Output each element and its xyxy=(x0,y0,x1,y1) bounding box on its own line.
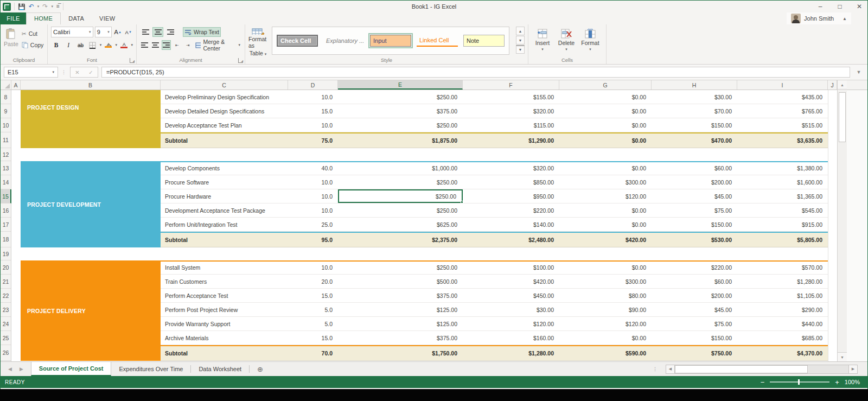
column-header-J[interactable]: J xyxy=(828,80,837,90)
grid-cell-G8[interactable]: $0.00 xyxy=(559,90,652,104)
grid-cell-E20[interactable]: $250.00 xyxy=(338,260,463,274)
style-linked-cell[interactable]: Linked Cell xyxy=(417,35,458,47)
vertical-scroll-thumb[interactable] xyxy=(839,92,846,142)
delete-cells-button[interactable]: Delete▾ xyxy=(556,27,577,56)
grid-cell-C11[interactable]: Subtotal xyxy=(161,133,288,148)
grid-cell-G14[interactable]: $300.00 xyxy=(559,175,652,189)
row-header-17[interactable]: 17 xyxy=(1,218,11,232)
row-header-18[interactable]: 18 xyxy=(1,232,11,247)
horizontal-scroll-track[interactable] xyxy=(675,365,848,374)
grid-cell-I18[interactable]: $5,805.00 xyxy=(737,233,828,247)
grid-cell-F21[interactable]: $420.00 xyxy=(463,275,559,288)
empty-row[interactable] xyxy=(21,148,828,161)
grid-cell-E10[interactable]: $250.00 xyxy=(338,118,463,132)
grid-cell-F11[interactable]: $1,290.00 xyxy=(463,133,559,148)
user-account[interactable]: John Smith ▲ xyxy=(787,12,851,24)
name-box[interactable]: E15▾ xyxy=(4,67,58,78)
row-header-14[interactable]: 14 xyxy=(1,175,11,189)
section-title-cell[interactable]: PROJECT DESIGN xyxy=(21,90,161,148)
fill-handle[interactable] xyxy=(461,201,463,203)
grid-cell-G20[interactable]: $0.00 xyxy=(559,260,652,274)
grid-cell-D16[interactable]: 10.0 xyxy=(288,203,338,217)
grid-cell-H13[interactable]: $60.00 xyxy=(652,161,737,175)
zoom-out-icon[interactable]: − xyxy=(761,379,765,386)
grid-cell-D24[interactable]: 5.0 xyxy=(288,317,338,330)
sheet-tab-data-worksheet[interactable]: Data Worksheet xyxy=(191,362,249,376)
grid-cell-C16[interactable]: Development Acceptance Test Package xyxy=(161,203,288,217)
grid-cell-C17[interactable]: Perform Unit/Integration Test xyxy=(161,218,288,231)
grid-cell-D9[interactable]: 15.0 xyxy=(288,104,338,118)
grid-cell-C21[interactable]: Train Customers xyxy=(161,275,288,288)
grid-cell-D26[interactable]: 70.0 xyxy=(288,346,338,360)
prev-sheet-icon[interactable]: ◀ xyxy=(8,366,12,372)
insert-cells-button[interactable]: Insert▾ xyxy=(532,27,553,56)
grid-cell-I25[interactable]: $685.00 xyxy=(737,331,828,345)
grid-cell-C24[interactable]: Provide Warranty Support xyxy=(161,317,288,330)
row-header-12[interactable]: 12 xyxy=(1,148,11,161)
grid-cell-I9[interactable]: $765.00 xyxy=(737,104,828,118)
grid-cell-G21[interactable]: $300.00 xyxy=(559,275,652,288)
grid-cell-H17[interactable]: $150.00 xyxy=(652,218,737,231)
grid-cell-I16[interactable]: $545.00 xyxy=(737,203,828,217)
italic-button[interactable]: I xyxy=(63,40,73,50)
row-header-21[interactable]: 21 xyxy=(1,275,11,289)
row-header-19[interactable]: 19 xyxy=(1,247,11,260)
grid-cell-C15[interactable]: Procure Hardware xyxy=(161,189,288,203)
grid-cell-I15[interactable]: $1,365.00 xyxy=(737,189,828,203)
tab-view[interactable]: VIEW xyxy=(92,12,123,24)
wrap-text-button[interactable]: Wrap Text xyxy=(183,27,221,37)
grid-cell-F9[interactable]: $320.00 xyxy=(463,104,559,118)
column-header-D[interactable]: D xyxy=(288,80,338,90)
grid-cell-H23[interactable]: $45.00 xyxy=(652,303,737,316)
grid-cell-E14[interactable]: $250.00 xyxy=(338,175,463,189)
cancel-icon[interactable]: ✕ xyxy=(75,69,79,75)
fill-color-button[interactable] xyxy=(103,40,113,50)
sheet-tab-expenditures-over-time[interactable]: Expenditures Over Time xyxy=(111,362,190,376)
increase-indent-button[interactable]: ⇥ xyxy=(183,40,193,50)
row-header-22[interactable]: 22 xyxy=(1,289,11,303)
borders-button[interactable] xyxy=(87,40,98,50)
grid-cell-H16[interactable]: $75.00 xyxy=(652,203,737,217)
grid-cell-C10[interactable]: Develop Acceptance Test Plan xyxy=(161,118,288,132)
grid-cell-C8[interactable]: Develop Preliminary Design Specification xyxy=(161,90,288,104)
grid-cell-D18[interactable]: 95.0 xyxy=(288,233,338,247)
grid-cell-I8[interactable]: $435.00 xyxy=(737,90,828,104)
grid-cell-E8[interactable]: $250.00 xyxy=(338,90,463,104)
gallery-more-button[interactable]: ▼ xyxy=(516,45,525,54)
grid-cell-G9[interactable]: $0.00 xyxy=(559,104,652,118)
maximize-button[interactable]: □ xyxy=(836,3,844,10)
grid-cell-C14[interactable]: Procure Software xyxy=(161,175,288,189)
row-header-25[interactable]: 25 xyxy=(1,331,11,345)
grid-cell-D21[interactable]: 20.0 xyxy=(288,275,338,288)
grid-cell-D23[interactable]: 5.0 xyxy=(288,303,338,316)
tab-home[interactable]: HOME xyxy=(26,12,61,24)
scroll-right-icon[interactable]: ▶ xyxy=(848,365,858,374)
bold-button[interactable]: B xyxy=(51,40,61,50)
column-header-F[interactable]: F xyxy=(463,80,559,90)
grid-cell-F8[interactable]: $155.00 xyxy=(463,90,559,104)
grid-cell-F23[interactable]: $30.00 xyxy=(463,303,559,316)
grid-cell-C23[interactable]: Perform Post Project Review xyxy=(161,303,288,316)
enter-icon[interactable]: ✓ xyxy=(88,69,93,75)
grid-cell-E16[interactable]: $250.00 xyxy=(338,203,463,217)
grid-cell-C22[interactable]: Perform Acceptance Test xyxy=(161,289,288,302)
grid-cell-I20[interactable]: $570.00 xyxy=(737,260,828,274)
column-header-E[interactable]: E xyxy=(338,80,463,90)
grid-cell-I24[interactable]: $440.00 xyxy=(737,317,828,330)
zoom-in-icon[interactable]: + xyxy=(835,379,839,386)
align-bottom-button[interactable] xyxy=(165,27,176,37)
grid-cell-F20[interactable]: $100.00 xyxy=(463,260,559,274)
grid-cell-E18[interactable]: $2,375.00 xyxy=(338,233,463,247)
decrease-font-button[interactable]: A▼ xyxy=(124,27,133,37)
grid-cell-E24[interactable]: $125.00 xyxy=(338,317,463,330)
row-header-15[interactable]: 15 xyxy=(1,189,11,203)
format-cells-button[interactable]: Format▾ xyxy=(579,27,601,56)
horizontal-scroll-thumb[interactable] xyxy=(675,365,808,373)
next-sheet-icon[interactable]: ▶ xyxy=(20,366,23,372)
scroll-left-icon[interactable]: ◀ xyxy=(666,365,675,374)
row-header-20[interactable]: 20 xyxy=(1,260,11,275)
font-color-button[interactable]: A xyxy=(119,40,129,50)
grid-cell-D8[interactable]: 10.0 xyxy=(288,90,338,104)
grid-cell-H18[interactable]: $530.00 xyxy=(652,233,737,247)
row-header-23[interactable]: 23 xyxy=(1,303,11,317)
